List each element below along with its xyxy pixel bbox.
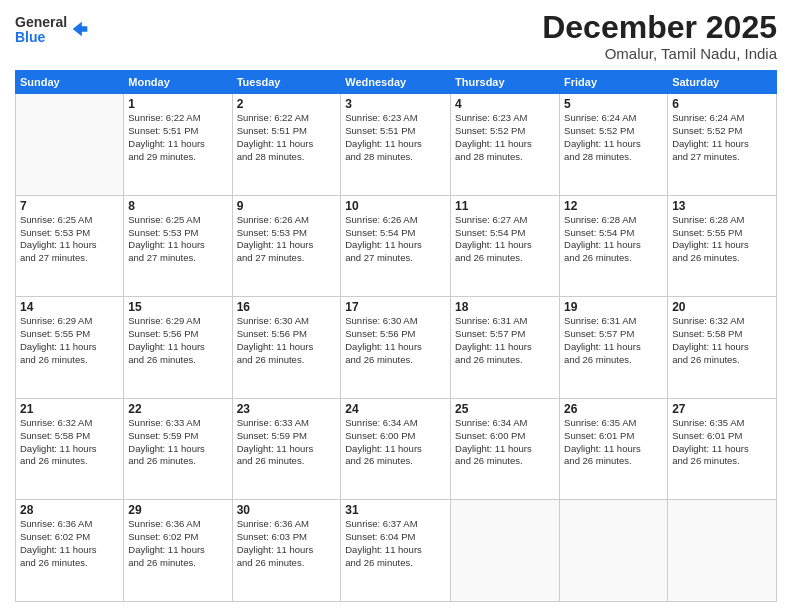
location: Omalur, Tamil Nadu, India	[542, 45, 777, 62]
day-info: Sunrise: 6:23 AM Sunset: 5:52 PM Dayligh…	[455, 112, 555, 163]
day-number: 2	[237, 97, 337, 111]
calendar-cell: 25Sunrise: 6:34 AM Sunset: 6:00 PM Dayli…	[451, 398, 560, 500]
calendar-cell: 24Sunrise: 6:34 AM Sunset: 6:00 PM Dayli…	[341, 398, 451, 500]
calendar: SundayMondayTuesdayWednesdayThursdayFrid…	[15, 70, 777, 602]
day-number: 26	[564, 402, 663, 416]
calendar-cell: 13Sunrise: 6:28 AM Sunset: 5:55 PM Dayli…	[668, 195, 777, 297]
day-number: 15	[128, 300, 227, 314]
logo: General Blue	[15, 15, 91, 46]
day-number: 1	[128, 97, 227, 111]
day-info: Sunrise: 6:22 AM Sunset: 5:51 PM Dayligh…	[237, 112, 337, 163]
day-number: 13	[672, 199, 772, 213]
day-number: 12	[564, 199, 663, 213]
day-number: 31	[345, 503, 446, 517]
logo-icon	[69, 18, 91, 40]
day-info: Sunrise: 6:24 AM Sunset: 5:52 PM Dayligh…	[564, 112, 663, 163]
day-number: 3	[345, 97, 446, 111]
calendar-cell: 3Sunrise: 6:23 AM Sunset: 5:51 PM Daylig…	[341, 94, 451, 196]
weekday-header: Friday	[560, 71, 668, 94]
calendar-cell: 31Sunrise: 6:37 AM Sunset: 6:04 PM Dayli…	[341, 500, 451, 602]
day-number: 5	[564, 97, 663, 111]
calendar-cell: 30Sunrise: 6:36 AM Sunset: 6:03 PM Dayli…	[232, 500, 341, 602]
calendar-cell: 1Sunrise: 6:22 AM Sunset: 5:51 PM Daylig…	[124, 94, 232, 196]
day-info: Sunrise: 6:30 AM Sunset: 5:56 PM Dayligh…	[345, 315, 446, 366]
calendar-cell: 18Sunrise: 6:31 AM Sunset: 5:57 PM Dayli…	[451, 297, 560, 399]
calendar-cell: 19Sunrise: 6:31 AM Sunset: 5:57 PM Dayli…	[560, 297, 668, 399]
day-info: Sunrise: 6:28 AM Sunset: 5:55 PM Dayligh…	[672, 214, 772, 265]
day-info: Sunrise: 6:27 AM Sunset: 5:54 PM Dayligh…	[455, 214, 555, 265]
calendar-cell: 27Sunrise: 6:35 AM Sunset: 6:01 PM Dayli…	[668, 398, 777, 500]
calendar-cell: 17Sunrise: 6:30 AM Sunset: 5:56 PM Dayli…	[341, 297, 451, 399]
day-number: 11	[455, 199, 555, 213]
day-info: Sunrise: 6:28 AM Sunset: 5:54 PM Dayligh…	[564, 214, 663, 265]
day-info: Sunrise: 6:31 AM Sunset: 5:57 PM Dayligh…	[455, 315, 555, 366]
day-number: 19	[564, 300, 663, 314]
logo-blue: Blue	[15, 30, 67, 45]
day-info: Sunrise: 6:36 AM Sunset: 6:02 PM Dayligh…	[20, 518, 119, 569]
day-info: Sunrise: 6:33 AM Sunset: 5:59 PM Dayligh…	[128, 417, 227, 468]
day-number: 10	[345, 199, 446, 213]
calendar-week-row: 21Sunrise: 6:32 AM Sunset: 5:58 PM Dayli…	[16, 398, 777, 500]
weekday-header: Wednesday	[341, 71, 451, 94]
day-info: Sunrise: 6:30 AM Sunset: 5:56 PM Dayligh…	[237, 315, 337, 366]
day-info: Sunrise: 6:34 AM Sunset: 6:00 PM Dayligh…	[455, 417, 555, 468]
weekday-header: Tuesday	[232, 71, 341, 94]
day-number: 30	[237, 503, 337, 517]
calendar-cell: 4Sunrise: 6:23 AM Sunset: 5:52 PM Daylig…	[451, 94, 560, 196]
day-info: Sunrise: 6:36 AM Sunset: 6:02 PM Dayligh…	[128, 518, 227, 569]
calendar-cell: 14Sunrise: 6:29 AM Sunset: 5:55 PM Dayli…	[16, 297, 124, 399]
day-info: Sunrise: 6:25 AM Sunset: 5:53 PM Dayligh…	[20, 214, 119, 265]
calendar-cell: 16Sunrise: 6:30 AM Sunset: 5:56 PM Dayli…	[232, 297, 341, 399]
calendar-cell: 26Sunrise: 6:35 AM Sunset: 6:01 PM Dayli…	[560, 398, 668, 500]
calendar-cell: 28Sunrise: 6:36 AM Sunset: 6:02 PM Dayli…	[16, 500, 124, 602]
day-number: 8	[128, 199, 227, 213]
day-number: 22	[128, 402, 227, 416]
logo-general: General	[15, 15, 67, 30]
day-info: Sunrise: 6:32 AM Sunset: 5:58 PM Dayligh…	[672, 315, 772, 366]
day-number: 6	[672, 97, 772, 111]
logo-text: General Blue	[15, 15, 67, 46]
calendar-cell: 22Sunrise: 6:33 AM Sunset: 5:59 PM Dayli…	[124, 398, 232, 500]
calendar-cell: 8Sunrise: 6:25 AM Sunset: 5:53 PM Daylig…	[124, 195, 232, 297]
calendar-cell: 21Sunrise: 6:32 AM Sunset: 5:58 PM Dayli…	[16, 398, 124, 500]
day-number: 17	[345, 300, 446, 314]
day-info: Sunrise: 6:29 AM Sunset: 5:56 PM Dayligh…	[128, 315, 227, 366]
calendar-cell: 2Sunrise: 6:22 AM Sunset: 5:51 PM Daylig…	[232, 94, 341, 196]
day-info: Sunrise: 6:26 AM Sunset: 5:54 PM Dayligh…	[345, 214, 446, 265]
calendar-cell: 23Sunrise: 6:33 AM Sunset: 5:59 PM Dayli…	[232, 398, 341, 500]
calendar-week-row: 28Sunrise: 6:36 AM Sunset: 6:02 PM Dayli…	[16, 500, 777, 602]
calendar-cell	[668, 500, 777, 602]
calendar-cell: 5Sunrise: 6:24 AM Sunset: 5:52 PM Daylig…	[560, 94, 668, 196]
day-info: Sunrise: 6:35 AM Sunset: 6:01 PM Dayligh…	[564, 417, 663, 468]
day-info: Sunrise: 6:33 AM Sunset: 5:59 PM Dayligh…	[237, 417, 337, 468]
weekday-header: Saturday	[668, 71, 777, 94]
day-info: Sunrise: 6:32 AM Sunset: 5:58 PM Dayligh…	[20, 417, 119, 468]
calendar-week-row: 7Sunrise: 6:25 AM Sunset: 5:53 PM Daylig…	[16, 195, 777, 297]
calendar-cell: 12Sunrise: 6:28 AM Sunset: 5:54 PM Dayli…	[560, 195, 668, 297]
calendar-cell: 10Sunrise: 6:26 AM Sunset: 5:54 PM Dayli…	[341, 195, 451, 297]
day-number: 28	[20, 503, 119, 517]
calendar-cell: 7Sunrise: 6:25 AM Sunset: 5:53 PM Daylig…	[16, 195, 124, 297]
day-number: 16	[237, 300, 337, 314]
day-number: 7	[20, 199, 119, 213]
day-number: 20	[672, 300, 772, 314]
day-info: Sunrise: 6:37 AM Sunset: 6:04 PM Dayligh…	[345, 518, 446, 569]
day-number: 24	[345, 402, 446, 416]
day-number: 27	[672, 402, 772, 416]
calendar-cell: 9Sunrise: 6:26 AM Sunset: 5:53 PM Daylig…	[232, 195, 341, 297]
day-info: Sunrise: 6:29 AM Sunset: 5:55 PM Dayligh…	[20, 315, 119, 366]
day-number: 18	[455, 300, 555, 314]
weekday-header: Sunday	[16, 71, 124, 94]
day-info: Sunrise: 6:24 AM Sunset: 5:52 PM Dayligh…	[672, 112, 772, 163]
day-number: 9	[237, 199, 337, 213]
day-number: 25	[455, 402, 555, 416]
calendar-cell	[451, 500, 560, 602]
day-number: 14	[20, 300, 119, 314]
calendar-cell: 11Sunrise: 6:27 AM Sunset: 5:54 PM Dayli…	[451, 195, 560, 297]
day-info: Sunrise: 6:31 AM Sunset: 5:57 PM Dayligh…	[564, 315, 663, 366]
calendar-cell	[16, 94, 124, 196]
calendar-cell: 6Sunrise: 6:24 AM Sunset: 5:52 PM Daylig…	[668, 94, 777, 196]
calendar-week-row: 14Sunrise: 6:29 AM Sunset: 5:55 PM Dayli…	[16, 297, 777, 399]
day-info: Sunrise: 6:23 AM Sunset: 5:51 PM Dayligh…	[345, 112, 446, 163]
calendar-cell: 15Sunrise: 6:29 AM Sunset: 5:56 PM Dayli…	[124, 297, 232, 399]
